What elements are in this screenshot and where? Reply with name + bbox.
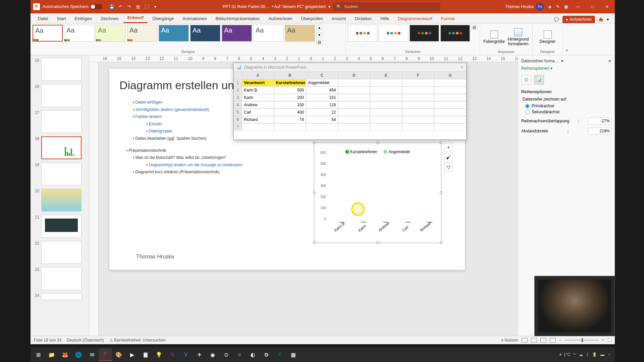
chart-style-icon[interactable]: 🖌	[444, 153, 453, 162]
pen-icon[interactable]: ✎	[556, 4, 559, 9]
gallery-down-icon[interactable]: ▾	[316, 32, 322, 38]
sorter-view-icon[interactable]	[531, 338, 537, 343]
tab-ansicht[interactable]: Ansicht	[328, 14, 350, 23]
explorer-icon[interactable]: 📁	[45, 348, 58, 361]
search-input[interactable]	[344, 4, 437, 9]
gallery-more-icon[interactable]: ⊟	[316, 40, 322, 45]
outlook-icon[interactable]: ✉	[86, 348, 98, 361]
powerpoint-icon[interactable]: P	[99, 348, 112, 361]
language-indicator[interactable]: Deutsch (Österreich)	[67, 338, 104, 343]
chart-add-icon[interactable]: +	[444, 143, 453, 152]
slide-thumb-16[interactable]	[41, 84, 82, 107]
format-bg-button[interactable]: Hintergrund formatieren	[506, 25, 530, 50]
save-icon[interactable]: 💾	[109, 4, 114, 9]
series-options-link[interactable]: Reihenoptionen ▾	[521, 66, 611, 71]
zoom-in-icon[interactable]: +	[602, 338, 604, 343]
onenote-icon[interactable]: N	[166, 348, 179, 361]
reading-view-icon[interactable]	[540, 338, 546, 343]
tray-app-icon[interactable]: ▬	[600, 352, 604, 357]
tab-entwurf[interactable]: Entwurf	[123, 13, 148, 23]
series-options-icon[interactable]: 📊	[534, 75, 544, 85]
slide-thumb-20[interactable]	[41, 189, 82, 212]
document-title[interactable]: PPT 01 Roter Faden 00…	[223, 4, 269, 9]
firefox-icon[interactable]: 🦊	[59, 348, 71, 361]
slide-size-button[interactable]: Foliengröße	[482, 25, 506, 50]
design-thumb[interactable]: Aa	[190, 25, 220, 42]
qat-icon[interactable]: ▤	[135, 4, 141, 9]
tab-diagrammentwurf[interactable]: Diagrammentwurf	[394, 14, 436, 23]
user-account[interactable]: Thomas Hruska TH	[505, 3, 544, 11]
variant-more-icon[interactable]: ⊟	[471, 25, 477, 30]
qat-icon2[interactable]: ⛶	[144, 4, 149, 9]
slide-thumb-15[interactable]	[41, 58, 82, 81]
tray-chevron-icon[interactable]: ^	[574, 352, 576, 357]
app-icon[interactable]: ○	[233, 348, 246, 361]
app-icon[interactable]: ◐	[247, 348, 259, 361]
title-dropdown-icon[interactable]: ▾	[328, 4, 330, 9]
collapse-ribbon-icon[interactable]: ^	[563, 23, 571, 55]
weather-widget[interactable]: ☀ 1°C	[559, 352, 570, 357]
variant-thumb[interactable]	[348, 25, 377, 42]
fit-window-icon[interactable]: ⛶	[607, 338, 611, 343]
mini-excel-close[interactable]: ✕	[460, 65, 464, 70]
app-icon[interactable]: ◉	[206, 348, 219, 361]
slide-counter[interactable]: Folie 18 von 33	[34, 338, 61, 343]
chart-plot[interactable]: 600 500 400 300 200 100 0	[328, 156, 438, 223]
design-thumb[interactable]: Aa	[33, 25, 63, 42]
overlap-input[interactable]	[588, 118, 611, 124]
zoom-out-icon[interactable]: −	[559, 338, 561, 343]
slide-thumb-19[interactable]	[41, 163, 82, 185]
secondary-axis-radio[interactable]: Sekundärachse	[525, 110, 611, 114]
qat-more-icon[interactable]: ▾	[153, 4, 158, 9]
variant-thumb[interactable]	[410, 25, 439, 42]
design-thumb[interactable]: Aa	[64, 25, 94, 42]
tray-bluetooth-icon[interactable]: ᛒ	[586, 352, 589, 357]
fill-outline-icon[interactable]: ⬠	[521, 75, 531, 85]
design-thumb[interactable]: Aa	[127, 25, 157, 42]
settings-icon[interactable]: ⚙	[260, 348, 273, 361]
record-button[interactable]: ● Aufzeichnen	[562, 16, 595, 23]
slide-thumb-24[interactable]	[41, 293, 82, 300]
tab-hilfe[interactable]: Hilfe	[376, 14, 393, 23]
redo-icon[interactable]: ↷	[126, 4, 132, 9]
taskbar[interactable]: ⊞ 📁 🦊 🌐 ✉ P 🎨 ▶ 📋 💡 N V ✈ ◉ ⊙ ○ ◐ ⚙ X ▦ …	[31, 347, 615, 362]
tab-ueberpruefen[interactable]: Überprüfen	[297, 14, 327, 23]
slide-thumbnails[interactable]: 15 16 17 18 19 20 21 22 23 24	[31, 55, 89, 336]
chart-filter-icon[interactable]: ▽	[444, 163, 453, 172]
close-button[interactable]: ✕	[602, 2, 612, 12]
minimize-button[interactable]: —	[573, 2, 583, 12]
tray-battery-icon[interactable]: 🔋	[592, 352, 597, 357]
design-thumb[interactable]: Aa	[222, 25, 252, 42]
slide-thumb-23[interactable]	[41, 267, 82, 290]
slideshow-view-icon[interactable]	[550, 338, 556, 343]
slide-thumb-18[interactable]	[41, 136, 82, 159]
search-box[interactable]: 🔍	[333, 2, 440, 11]
tab-format[interactable]: Format	[437, 14, 459, 23]
tray-signature[interactable]: ~	[608, 352, 610, 357]
share-icon[interactable]: 📤	[598, 17, 603, 22]
start-button[interactable]: ⊞	[32, 348, 45, 361]
chart-data-window[interactable]: 📊 Diagramm in Microsoft PowerPoint ✕ ABC…	[233, 63, 467, 140]
tab-start[interactable]: Start	[53, 14, 70, 23]
window-icon[interactable]: ▣	[564, 4, 568, 9]
chrome-icon[interactable]: 🌐	[72, 348, 85, 361]
excel-icon[interactable]: X	[273, 348, 286, 361]
tab-aufzeichnen[interactable]: Aufzeichnen	[264, 14, 297, 23]
app-icon[interactable]: 📋	[139, 348, 152, 361]
app-icon[interactable]: 🎨	[112, 348, 125, 361]
designer-button[interactable]: Designer	[536, 25, 560, 50]
pane-dropdown-icon[interactable]: ▾	[561, 59, 563, 63]
tray-cloud-icon[interactable]: ☁	[579, 352, 583, 357]
variant-thumb[interactable]	[440, 25, 470, 42]
data-grid[interactable]: ABCDEFG 1VerantwortKursteilnehmerAngemel…	[234, 72, 466, 131]
maximize-button[interactable]: □	[587, 2, 597, 12]
design-thumb[interactable]: Aa	[159, 25, 189, 42]
app-icon[interactable]: 💡	[153, 348, 165, 361]
slide-thumb-17[interactable]	[41, 110, 82, 133]
design-thumb[interactable]: Aa	[253, 25, 283, 42]
design-thumb[interactable]: Aa	[285, 25, 315, 42]
slide-thumb-22[interactable]	[41, 241, 82, 264]
slide-thumb-21[interactable]	[41, 215, 82, 238]
tab-einfuegen[interactable]: Einfügen	[71, 14, 96, 23]
vlc-icon[interactable]: ▶	[126, 348, 139, 361]
